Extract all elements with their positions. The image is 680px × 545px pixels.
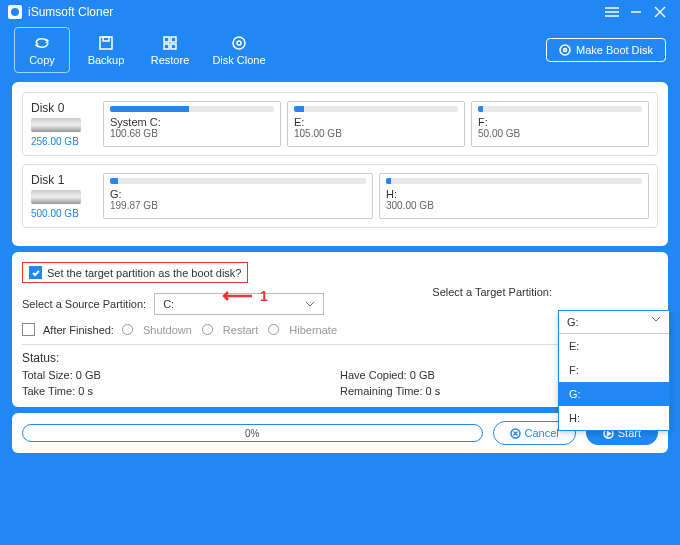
svg-point-15 (560, 45, 570, 55)
svg-rect-11 (164, 44, 169, 49)
target-label: Select a Target Partition: (432, 286, 552, 298)
after-checkbox[interactable] (22, 323, 35, 336)
toolbar: Copy Backup Restore Disk Clone Make Boot… (0, 24, 680, 76)
checkbox-checked-icon (29, 266, 42, 279)
status-take: Take Time: 0 s (22, 385, 340, 397)
target-selected[interactable]: G: (559, 311, 669, 334)
svg-rect-9 (164, 37, 169, 42)
tab-diskclone[interactable]: Disk Clone (206, 27, 272, 73)
svg-rect-10 (171, 37, 176, 42)
app-logo (8, 5, 22, 19)
disk-name: Disk 0 (31, 101, 97, 115)
annotation-arrow-1: 1 (222, 288, 268, 304)
target-option-e[interactable]: E: (559, 334, 669, 358)
partition-label: F: (478, 116, 642, 128)
partition-label: System C: (110, 116, 274, 128)
menu-icon[interactable] (600, 2, 624, 22)
minimize-icon[interactable] (624, 2, 648, 22)
chevron-down-icon (305, 301, 315, 307)
svg-point-0 (11, 8, 19, 16)
target-option-g[interactable]: G: (559, 382, 669, 406)
chevron-down-icon (651, 316, 661, 322)
make-boot-disk-button[interactable]: Make Boot Disk (546, 38, 666, 62)
titlebar: iSumsoft Cloner (0, 0, 680, 24)
partition[interactable]: E:105.00 GB (287, 101, 465, 147)
disk-icon (229, 34, 249, 52)
source-label: Select a Source Partition: (22, 298, 146, 310)
target-select-dropdown[interactable]: G: E: F: G: H: (558, 310, 670, 431)
disk-image (31, 190, 81, 204)
refresh-icon (32, 34, 52, 52)
svg-rect-8 (103, 37, 109, 41)
svg-rect-7 (100, 37, 112, 49)
partition-label: G: (110, 188, 366, 200)
partition-label: H: (386, 188, 642, 200)
cancel-icon (510, 428, 521, 439)
boot-checkbox-row[interactable]: Set the target partition as the boot dis… (22, 262, 248, 283)
tab-backup[interactable]: Backup (78, 27, 134, 73)
app-title: iSumsoft Cloner (28, 5, 600, 19)
save-icon (96, 34, 116, 52)
grid-icon (160, 34, 180, 52)
after-radio-group: Shutdown Restart Hibernate (122, 324, 337, 336)
partition-size: 100.68 GB (110, 128, 274, 139)
partition-size: 50.00 GB (478, 128, 642, 139)
tab-copy[interactable]: Copy (14, 27, 70, 73)
svg-point-16 (563, 49, 566, 52)
partition-size: 105.00 GB (294, 128, 458, 139)
tab-restore[interactable]: Restore (142, 27, 198, 73)
partition[interactable]: G:199.87 GB (103, 173, 373, 219)
radio-shutdown[interactable] (122, 324, 133, 335)
disk-panel: Disk 0256.00 GBSystem C:100.68 GBE:105.0… (12, 82, 668, 246)
partition[interactable]: H:300.00 GB (379, 173, 649, 219)
disk-row: Disk 0256.00 GBSystem C:100.68 GBE:105.0… (22, 92, 658, 156)
target-option-f[interactable]: F: (559, 358, 669, 382)
partition[interactable]: F:50.00 GB (471, 101, 649, 147)
svg-point-14 (237, 41, 241, 45)
disk-size: 256.00 GB (31, 136, 97, 147)
status-total: Total Size: 0 GB (22, 369, 340, 381)
target-icon (559, 44, 571, 56)
svg-rect-12 (171, 44, 176, 49)
disk-size: 500.00 GB (31, 208, 97, 219)
radio-restart[interactable] (202, 324, 213, 335)
progress-bar: 0% (22, 424, 483, 442)
disk-row: Disk 1500.00 GBG:199.87 GBH:300.00 GB (22, 164, 658, 228)
after-label: After Finished: (43, 324, 114, 336)
partition-label: E: (294, 116, 458, 128)
disk-image (31, 118, 81, 132)
disk-name: Disk 1 (31, 173, 97, 187)
target-option-h[interactable]: H: (559, 406, 669, 430)
close-icon[interactable] (648, 2, 672, 22)
radio-hibernate[interactable] (268, 324, 279, 335)
partition-size: 300.00 GB (386, 200, 642, 211)
options-panel: Set the target partition as the boot dis… (12, 252, 668, 407)
svg-point-13 (233, 37, 245, 49)
partition[interactable]: System C:100.68 GB (103, 101, 281, 147)
partition-size: 199.87 GB (110, 200, 366, 211)
